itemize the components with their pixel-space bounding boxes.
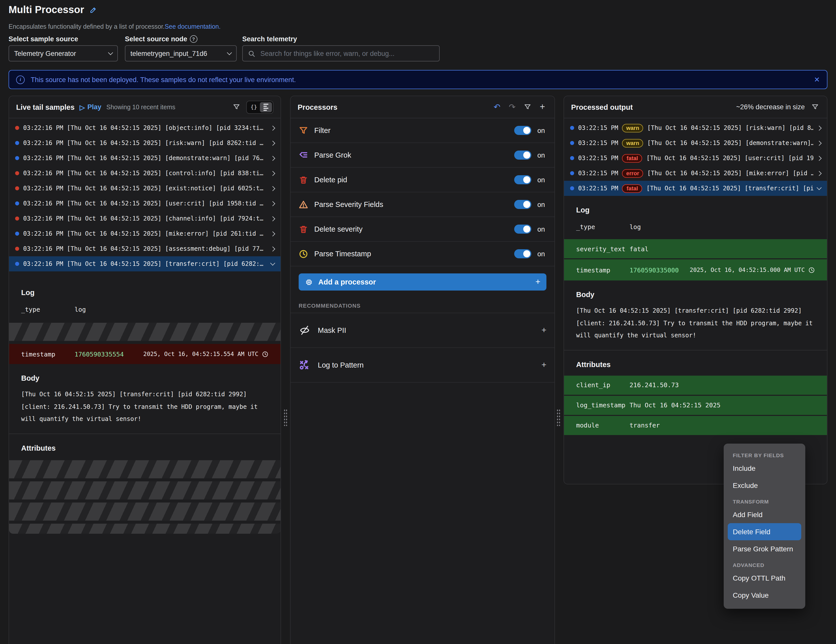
- severity-dot: [15, 126, 19, 130]
- log-row[interactable]: 03:22:16 PM [Thu Oct 16 04:52:15 2025] […: [9, 135, 281, 150]
- filter-funnel-icon[interactable]: [231, 102, 241, 112]
- subtitle-text: Encapsulates functionality defined by a …: [8, 23, 165, 30]
- processor-row-delete-pid[interactable]: Delete pid on: [291, 168, 555, 192]
- log-row[interactable]: 03:22:16 PM [Thu Oct 16 04:52:15 2025] […: [9, 166, 281, 181]
- skeleton-stripe: [9, 460, 281, 478]
- edit-pencil-icon[interactable]: [89, 6, 97, 14]
- sample-source-value: Telemetry Generator: [14, 50, 109, 57]
- delete-pid-toggle[interactable]: [514, 175, 531, 184]
- skeleton-stripe: [9, 323, 281, 341]
- parse-grok-toggle[interactable]: [514, 150, 531, 160]
- severity-badge: fatal: [622, 184, 642, 192]
- toggle-state-label: on: [537, 151, 546, 159]
- add-processor-button[interactable]: Add a processor +: [299, 274, 546, 290]
- processor-row-filter[interactable]: Filter on: [291, 118, 555, 143]
- processor-row-delete-severity[interactable]: Delete severity on: [291, 217, 555, 242]
- chevron-right-icon: [816, 156, 822, 161]
- chevron-right-icon: [270, 201, 275, 206]
- play-button[interactable]: ▷ Play: [80, 103, 101, 111]
- severity-badge: warn: [622, 139, 643, 147]
- log-section-heading: Log: [9, 274, 281, 301]
- clock-icon: [262, 351, 268, 357]
- log-row[interactable]: 03:22:16 PM [Thu Oct 16 04:52:15 2025] […: [9, 196, 281, 211]
- chevron-right-icon: [270, 156, 275, 161]
- menu-item-include[interactable]: Include: [728, 460, 801, 477]
- menu-section-advanced: ADVANCED: [728, 558, 801, 569]
- processed-row[interactable]: 03:22:15 PM fatal [Thu Oct 16 04:52:15 2…: [564, 150, 827, 166]
- plus-icon[interactable]: +: [541, 325, 546, 335]
- filter-funnel-icon[interactable]: [810, 102, 820, 112]
- plus-icon[interactable]: +: [541, 360, 546, 370]
- severity-dot: [15, 141, 19, 145]
- info-icon: i: [16, 75, 24, 84]
- log-row[interactable]: 03:22:16 PM [Thu Oct 16 04:52:15 2025] […: [9, 181, 281, 196]
- see-documentation-link[interactable]: See documentation.: [165, 23, 220, 30]
- severity-badge: warn: [622, 124, 643, 132]
- log-row[interactable]: 03:22:16 PM [Thu Oct 16 04:52:15 2025] […: [9, 211, 281, 226]
- toggle-state-label: on: [537, 250, 546, 258]
- body-text: [Thu Oct 16 04:52:15 2025] [transfer:cri…: [564, 303, 827, 350]
- source-node-select[interactable]: telemetrygen_input_71d6: [125, 45, 237, 62]
- timestamp-row-highlighted[interactable]: timestamp 1760590335554 2025, Oct 16, 04…: [9, 344, 281, 364]
- processor-row-parse-severity[interactable]: Parse Severity Fields on: [291, 192, 555, 217]
- filter-funnel-icon[interactable]: [522, 102, 532, 112]
- add-icon[interactable]: +: [537, 102, 547, 112]
- processors-header: Processors ↶ ↷ +: [291, 96, 555, 118]
- panel-resize-handle[interactable]: [284, 409, 287, 426]
- severity-dot: [15, 232, 19, 236]
- attribute-row-client-ip[interactable]: client_ip 216.241.50.73: [564, 374, 827, 395]
- page-title-text: Multi Processor: [8, 4, 84, 16]
- log-row-selected[interactable]: 03:22:16 PM [Thu Oct 16 04:52:15 2025] […: [9, 256, 281, 271]
- severity-row-highlighted[interactable]: severity_text fatal: [564, 238, 827, 258]
- log-row[interactable]: 03:22:16 PM [Thu Oct 16 04:52:15 2025] […: [9, 226, 281, 241]
- showing-count-text: Showing 10 recent items: [106, 103, 175, 111]
- json-view-option[interactable]: {}: [248, 102, 260, 112]
- processed-row[interactable]: 03:22:15 PM error [Thu Oct 16 04:52:15 2…: [564, 166, 827, 181]
- processed-row-selected[interactable]: 03:22:15 PM fatal [Thu Oct 16 04:52:15 2…: [564, 181, 827, 196]
- attribute-row-log-timestamp[interactable]: log_timestamp Thu Oct 16 04:52:15 2025: [564, 395, 827, 415]
- type-row: _type log: [564, 218, 827, 235]
- timestamp-row-highlighted[interactable]: timestamp 1760590335000 2025, Oct 16, 04…: [564, 258, 827, 280]
- processed-output-header: Processed output ~26% decrease in size: [564, 96, 827, 118]
- recommendation-log-to-pattern[interactable]: Log to Pattern +: [291, 347, 555, 383]
- log-section-heading: Log: [564, 198, 827, 218]
- timestamp-human: 2025, Oct 16, 04:52:15.554 AM UTC: [143, 351, 258, 357]
- list-view-icon: [263, 103, 268, 111]
- filter-toggle[interactable]: [514, 126, 531, 135]
- parse-timestamp-toggle[interactable]: [514, 249, 531, 258]
- recommendation-mask-pii[interactable]: Mask PII +: [291, 313, 555, 347]
- menu-item-copy-ottl-path[interactable]: Copy OTTL Path: [728, 569, 801, 587]
- processed-row[interactable]: 03:22:15 PM warn [Thu Oct 16 04:52:15 20…: [564, 135, 827, 150]
- chevron-down-icon: [270, 261, 275, 266]
- log-row[interactable]: 03:22:16 PM [Thu Oct 16 04:52:15 2025] […: [9, 150, 281, 166]
- field-context-menu: FILTER BY FIELDS Include Exclude TRANSFO…: [724, 443, 805, 609]
- undo-icon[interactable]: ↶: [492, 102, 502, 112]
- menu-item-delete-field[interactable]: Delete Field: [728, 523, 801, 540]
- log-row[interactable]: 03:22:16 PM [Thu Oct 16 04:52:15 2025] […: [9, 241, 281, 256]
- search-telemetry-field[interactable]: [242, 45, 440, 62]
- source-node-label: Select source node ?: [125, 35, 198, 43]
- attributes-section-heading: Attributes: [564, 350, 827, 372]
- menu-item-copy-value[interactable]: Copy Value: [728, 587, 801, 604]
- log-row[interactable]: 03:22:16 PM [Thu Oct 16 04:52:15 2025] […: [9, 120, 281, 135]
- menu-item-exclude[interactable]: Exclude: [728, 477, 801, 494]
- redo-icon[interactable]: ↷: [507, 102, 517, 112]
- deployment-banner: i This source has not been deployed. The…: [8, 70, 828, 89]
- processor-row-parse-grok[interactable]: Parse Grok on: [291, 143, 555, 168]
- attribute-row-module[interactable]: module transfer: [564, 415, 827, 435]
- menu-item-parse-grok-pattern[interactable]: Parse Grok Pattern: [728, 540, 801, 558]
- banner-close-icon[interactable]: ✕: [814, 75, 820, 83]
- sample-source-select[interactable]: Telemetry Generator: [8, 45, 118, 62]
- processor-row-parse-timestamp[interactable]: Parse Timestamp on: [291, 242, 555, 266]
- view-mode-toggle[interactable]: {}: [246, 101, 273, 114]
- parse-severity-toggle[interactable]: [514, 200, 531, 209]
- panel-resize-handle[interactable]: [557, 409, 560, 426]
- body-section-heading: Body: [9, 364, 281, 386]
- menu-item-add-field[interactable]: Add Field: [728, 506, 801, 523]
- processed-row[interactable]: 03:22:15 PM warn [Thu Oct 16 04:52:15 20…: [564, 120, 827, 135]
- delete-severity-toggle[interactable]: [514, 225, 531, 234]
- processors-title: Processors: [298, 103, 337, 111]
- page-title: Multi Processor: [8, 4, 97, 16]
- search-input[interactable]: [260, 49, 434, 58]
- list-view-option[interactable]: [260, 102, 272, 112]
